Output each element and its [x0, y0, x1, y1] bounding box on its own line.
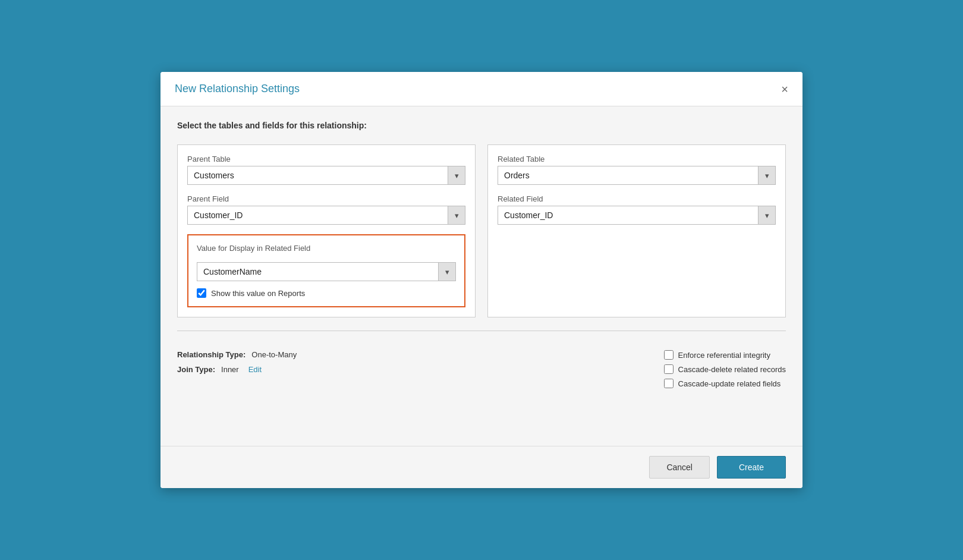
- cascade-update-row: Cascade-update related fields: [664, 379, 786, 388]
- cascade-delete-label: Cascade-delete related records: [678, 365, 786, 374]
- parent-table-select-wrapper: Customers: [187, 166, 465, 185]
- cascade-update-label: Cascade-update related fields: [678, 379, 781, 388]
- parent-table-section: Parent Table Customers Parent Field Cust…: [177, 144, 476, 317]
- tables-row: Parent Table Customers Parent Field Cust…: [177, 144, 786, 317]
- parent-field-label: Parent Field: [187, 194, 465, 203]
- referential-integrity-label: Enforce referential integrity: [678, 351, 770, 360]
- parent-table-group: Parent Table Customers: [187, 155, 465, 185]
- display-value-select[interactable]: CustomerName: [197, 262, 456, 281]
- parent-field-select[interactable]: Customer_ID: [187, 206, 465, 225]
- join-type-label: Join Type:: [177, 365, 215, 374]
- new-relationship-dialog: New Relationship Settings × Select the t…: [160, 72, 802, 488]
- show-on-reports-row: Show this value on Reports: [197, 288, 456, 298]
- related-field-label: Related Field: [498, 194, 776, 203]
- dialog-header: New Relationship Settings ×: [160, 72, 802, 106]
- relationship-type-row: Relationship Type: One-to-Many: [177, 350, 297, 359]
- options-section: Enforce referential integrity Cascade-de…: [664, 350, 786, 388]
- related-table-select-wrapper: Orders: [498, 166, 776, 185]
- edit-join-link[interactable]: Edit: [248, 365, 262, 374]
- related-field-group: Related Field Customer_ID: [498, 194, 776, 225]
- referential-integrity-checkbox[interactable]: [664, 350, 674, 360]
- display-value-section: Value for Display in Related Field Custo…: [187, 234, 465, 307]
- related-field-select[interactable]: Customer_ID: [498, 206, 776, 225]
- parent-field-group: Parent Field Customer_ID: [187, 194, 465, 225]
- create-button[interactable]: Create: [717, 456, 786, 479]
- related-table-select[interactable]: Orders: [498, 166, 776, 185]
- dialog-title: New Relationship Settings: [175, 83, 300, 95]
- join-type-value: Inner: [221, 365, 239, 374]
- divider: [177, 331, 786, 331]
- related-field-select-wrapper: Customer_ID: [498, 206, 776, 225]
- close-icon[interactable]: ×: [781, 83, 788, 95]
- parent-table-select[interactable]: Customers: [187, 166, 465, 185]
- relationship-type-label: Relationship Type:: [177, 350, 246, 359]
- instruction-text: Select the tables and fields for this re…: [177, 121, 786, 130]
- parent-field-select-wrapper: Customer_ID: [187, 206, 465, 225]
- show-on-reports-label: Show this value on Reports: [211, 289, 305, 298]
- cascade-update-checkbox[interactable]: [664, 379, 674, 388]
- parent-table-label: Parent Table: [187, 155, 465, 163]
- show-on-reports-checkbox[interactable]: [197, 288, 206, 298]
- referential-integrity-row: Enforce referential integrity: [664, 350, 786, 360]
- join-type-row: Join Type: Inner Edit: [177, 365, 297, 374]
- cancel-button[interactable]: Cancel: [649, 456, 710, 479]
- cascade-delete-checkbox[interactable]: [664, 364, 674, 374]
- cascade-delete-row: Cascade-delete related records: [664, 364, 786, 374]
- dialog-footer: Cancel Create: [160, 446, 802, 488]
- display-value-label: Value for Display in Related Field: [197, 244, 456, 253]
- info-row: Relationship Type: One-to-Many Join Type…: [177, 344, 786, 394]
- relationship-info-left: Relationship Type: One-to-Many Join Type…: [177, 350, 297, 374]
- related-table-group: Related Table Orders: [498, 155, 776, 185]
- related-table-label: Related Table: [498, 155, 776, 163]
- relationship-type-value: One-to-Many: [251, 350, 297, 359]
- related-table-section: Related Table Orders Related Field Custo…: [487, 144, 786, 317]
- display-value-select-wrapper: CustomerName: [197, 262, 456, 281]
- dialog-body: Select the tables and fields for this re…: [160, 106, 802, 446]
